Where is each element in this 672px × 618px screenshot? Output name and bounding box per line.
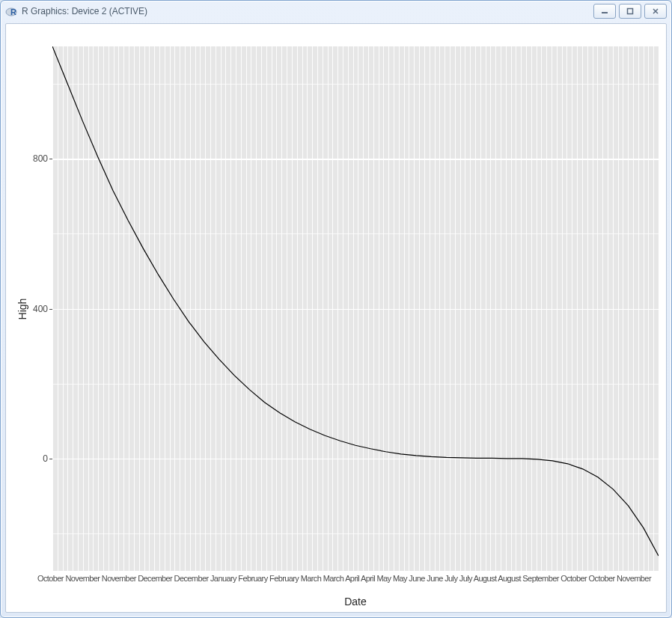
line-series xyxy=(52,46,659,571)
ggplot-figure: High 0400800 October November November D… xyxy=(6,24,666,612)
r-app-icon: R xyxy=(5,5,17,17)
titlebar[interactable]: R R Graphics: Device 2 (ACTIVE) xyxy=(1,1,671,22)
svg-text:R: R xyxy=(10,7,16,16)
plot-client: High 0400800 October November November D… xyxy=(5,23,667,613)
window-title: R Graphics: Device 2 (ACTIVE) xyxy=(22,6,147,16)
y-axis: High 0400800 xyxy=(6,46,52,571)
y-tick-label: 400 xyxy=(33,304,48,314)
x-axis-title: Date xyxy=(52,596,659,608)
y-tick-label: 800 xyxy=(33,153,48,164)
x-axis: October November November December Decem… xyxy=(52,571,659,612)
svg-rect-3 xyxy=(628,9,633,14)
minimize-button[interactable] xyxy=(593,4,616,19)
y-tick-label: 0 xyxy=(43,453,48,464)
app-window: R R Graphics: Device 2 (ACTIVE) High 0 xyxy=(0,0,672,618)
maximize-button[interactable] xyxy=(619,4,641,19)
y-axis-title: High xyxy=(16,298,28,319)
x-axis-ticklabels: October November November December Decem… xyxy=(37,574,663,583)
svg-rect-2 xyxy=(602,12,608,13)
window-controls xyxy=(593,4,667,19)
plot-panel xyxy=(52,46,659,571)
close-button[interactable] xyxy=(644,4,667,19)
